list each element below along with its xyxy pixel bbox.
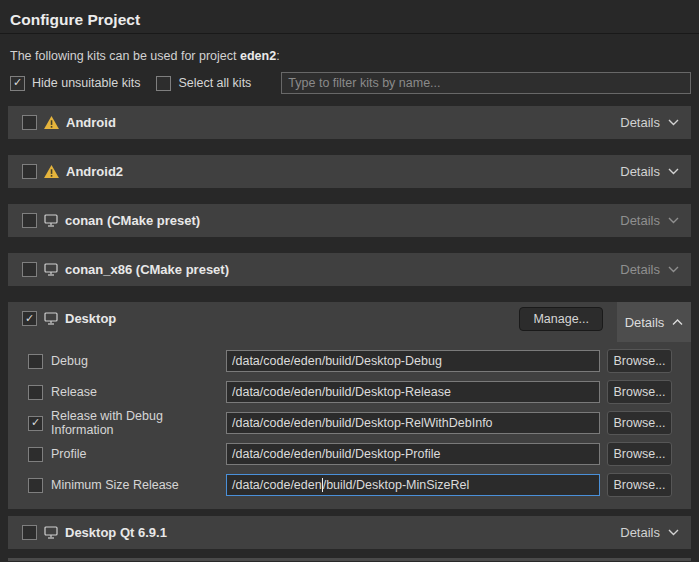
kit-row-android: Android Details <box>8 106 691 139</box>
build-config-checkbox[interactable] <box>28 354 43 369</box>
build-dir-input-focused[interactable]: /data/code/eden /build/Desktop-MinSizeRe… <box>226 474 600 496</box>
checkbox-icon <box>156 76 171 91</box>
details-button[interactable]: Details <box>620 164 679 179</box>
details-label: Details <box>620 213 660 228</box>
build-config-row-debug: Debug Browse... <box>28 349 672 373</box>
chevron-down-icon <box>668 266 679 273</box>
chevron-down-icon <box>668 168 679 175</box>
build-dir-input[interactable] <box>226 350 600 372</box>
build-config-label: Release <box>51 385 226 399</box>
project-name: eden2 <box>240 49 276 63</box>
build-dir-input[interactable] <box>226 412 600 434</box>
warning-icon <box>44 165 59 178</box>
chevron-down-icon <box>668 119 679 126</box>
details-button[interactable]: Details <box>620 213 679 228</box>
warning-icon <box>44 116 59 129</box>
manage-kits-button[interactable]: Manage... <box>519 307 603 331</box>
path-before-caret: /data/code/eden <box>232 478 322 492</box>
browse-button[interactable]: Browse... <box>607 473 672 497</box>
kit-row-conan-x86: conan_x86 (CMake preset) Details <box>8 253 691 286</box>
build-config-row-minsizerel: Minimum Size Release /data/code/eden /bu… <box>28 473 672 497</box>
intro-prefix: The following kits can be used for proje… <box>10 49 240 63</box>
kit-panel-desktop: Details Desktop Manage... Debug Browse..… <box>8 302 691 509</box>
intro-suffix: : <box>276 49 279 63</box>
desktop-monitor-icon <box>44 214 58 227</box>
build-config-row-profile: Profile Browse... <box>28 442 672 466</box>
build-config-checkbox[interactable] <box>28 416 43 431</box>
kit-name: Desktop Qt 6.9.1 <box>65 525 167 540</box>
details-button[interactable]: Details <box>620 525 679 540</box>
details-label: Details <box>620 115 660 130</box>
kit-name: conan_x86 (CMake preset) <box>65 262 229 277</box>
kit-filter-toolbar: Hide unsuitable kits Select all kits <box>10 71 691 95</box>
kit-checkbox[interactable] <box>22 213 37 228</box>
kit-checkbox[interactable] <box>22 115 37 130</box>
browse-button[interactable]: Browse... <box>607 349 672 373</box>
chevron-down-icon <box>668 529 679 536</box>
build-config-label: Release with Debug Information <box>51 409 226 437</box>
details-label: Details <box>620 525 660 540</box>
build-config-label: Profile <box>51 447 226 461</box>
kit-name: Desktop <box>65 311 116 326</box>
kit-row-android2: Android2 Details <box>8 155 691 188</box>
checkbox-icon <box>10 76 25 91</box>
details-button[interactable]: Details <box>620 115 679 130</box>
build-config-checkbox[interactable] <box>28 447 43 462</box>
kit-checkbox[interactable] <box>22 262 37 277</box>
details-label: Details <box>620 164 660 179</box>
chevron-down-icon <box>668 217 679 224</box>
select-all-kits-label: Select all kits <box>178 76 251 90</box>
next-kit-row-partial <box>8 558 691 561</box>
spacer <box>8 335 691 349</box>
kit-row-desktop: Desktop Manage... <box>8 302 691 335</box>
build-dir-input[interactable] <box>226 443 600 465</box>
build-config-checkbox[interactable] <box>28 478 43 493</box>
build-dir-input[interactable] <box>226 381 600 403</box>
page-title: Configure Project <box>10 11 689 29</box>
hide-unsuitable-kits-label: Hide unsuitable kits <box>32 76 140 90</box>
details-label: Details <box>620 262 660 277</box>
kit-checkbox[interactable] <box>22 525 37 540</box>
build-config-row-release: Release Browse... <box>28 380 672 404</box>
kit-checkbox[interactable] <box>22 311 37 326</box>
build-config-label: Minimum Size Release <box>51 478 226 492</box>
kit-name: conan (CMake preset) <box>65 213 200 228</box>
kit-row-desktop-qt: Desktop Qt 6.9.1 Details <box>8 516 691 549</box>
intro-text: The following kits can be used for proje… <box>10 49 689 63</box>
build-config-row-relwithdebinfo: Release with Debug Information Browse... <box>28 411 672 435</box>
browse-button[interactable]: Browse... <box>607 380 672 404</box>
hide-unsuitable-kits-checkbox[interactable]: Hide unsuitable kits <box>10 76 140 91</box>
desktop-monitor-icon <box>44 263 58 276</box>
kit-checkbox[interactable] <box>22 164 37 179</box>
browse-button[interactable]: Browse... <box>607 411 672 435</box>
path-after-caret: /build/Desktop-MinSizeRel <box>323 478 470 492</box>
select-all-kits-checkbox[interactable]: Select all kits <box>156 76 251 91</box>
details-label: Details <box>625 315 665 330</box>
browse-button[interactable]: Browse... <box>607 442 672 466</box>
kit-name: Android2 <box>66 164 123 179</box>
kit-row-conan: conan (CMake preset) Details <box>8 204 691 237</box>
titlebar: Configure Project <box>0 0 699 34</box>
kit-filter-input[interactable] <box>281 72 691 94</box>
kit-name: Android <box>66 115 116 130</box>
build-config-label: Debug <box>51 354 226 368</box>
details-button-expanded[interactable]: Details <box>617 302 691 342</box>
build-config-checkbox[interactable] <box>28 385 43 400</box>
chevron-up-icon <box>672 319 683 326</box>
desktop-monitor-icon <box>44 526 58 539</box>
details-button[interactable]: Details <box>620 262 679 277</box>
desktop-monitor-icon <box>44 312 58 325</box>
